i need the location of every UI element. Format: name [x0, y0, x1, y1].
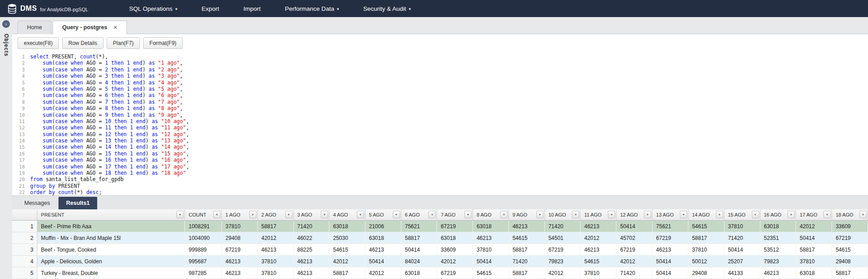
code-line[interactable]: 20from santa_list_table_for_gpdb	[12, 176, 868, 182]
tab-query-postgres[interactable]: Query - postgres×	[53, 21, 126, 34]
column-header-8-ago[interactable]: 8 AGO▼	[473, 209, 509, 221]
code-line[interactable]: 14 sum(case when AGO = 13 then 1 end) as…	[12, 137, 868, 144]
table-row[interactable]: 3Beef - Tongue, Cooked999889672194621388…	[12, 244, 868, 256]
line-number: 9	[12, 105, 30, 111]
column-header-17-ago[interactable]: 17 AGO▼	[796, 209, 832, 221]
column-filter-dropdown-icon[interactable]: ▼	[716, 211, 723, 218]
table-row[interactable]: 5Turkey - Breast, Double9872854621337810…	[12, 267, 868, 279]
column-filter-dropdown-icon[interactable]: ▼	[752, 211, 759, 218]
line-number: 21	[12, 183, 30, 189]
code-line[interactable]: 7 sum(case when AGO = 6 then 1 end) as "…	[12, 92, 868, 98]
column-header-11-ago[interactable]: 11 AGO▼	[580, 209, 616, 221]
column-header-9-ago[interactable]: 9 AGO▼	[508, 209, 544, 221]
column-filter-dropdown-icon[interactable]: ▼	[428, 211, 436, 218]
column-header-count[interactable]: COUNT▼	[185, 209, 222, 221]
cell-value: 29408	[832, 256, 868, 267]
code-line[interactable]: 8 sum(case when AGO = 7 then 1 end) as "…	[12, 99, 868, 105]
nav-item-export[interactable]: Export	[189, 0, 231, 17]
column-header-4-ago[interactable]: 4 AGO▼	[329, 209, 365, 221]
toolbar: execute(F8)Row DetailsPlan(F7)Format(F9)	[12, 34, 868, 52]
column-filter-dropdown-icon[interactable]: ▼	[464, 211, 472, 218]
column-filter-dropdown-icon[interactable]: ▼	[572, 211, 579, 218]
column-filter-dropdown-icon[interactable]: ▼	[321, 211, 328, 218]
plan-f7-button[interactable]: Plan(F7)	[107, 37, 140, 49]
column-filter-dropdown-icon[interactable]: ▼	[608, 211, 615, 218]
code-line[interactable]: 9 sum(case when AGO = 8 then 1 end) as "…	[12, 105, 868, 111]
brand[interactable]: DMS for AnalyticDB-pgSQL	[7, 3, 88, 14]
sql-editor[interactable]: 1select PRESENT, count(*),2 sum(case whe…	[12, 52, 868, 195]
code-line[interactable]: 19 sum(case when AGO = 18 then 1 end) as…	[12, 170, 868, 176]
cell-value: 75621	[652, 221, 688, 232]
column-header-present[interactable]: PRESENT▼	[37, 209, 185, 221]
column-header-12-ago[interactable]: 12 AGO▼	[616, 209, 652, 221]
table-row[interactable]: 4Apple - Delicious, Golden99568746213378…	[12, 256, 868, 267]
nav-item-sql-operations[interactable]: SQL Operations▾	[117, 0, 189, 17]
nav-item-import[interactable]: Import	[231, 0, 273, 17]
results-tab-messages[interactable]: Messages	[17, 197, 58, 209]
code-line[interactable]: 16 sum(case when AGO = 15 then 1 end) as…	[12, 151, 868, 157]
column-header-10-ago[interactable]: 10 AGO▼	[544, 209, 580, 221]
column-filter-dropdown-icon[interactable]: ▼	[500, 211, 508, 218]
code-line[interactable]: 6 sum(case when AGO = 5 then 1 end) as "…	[12, 86, 868, 92]
column-filter-dropdown-icon[interactable]: ▼	[644, 211, 651, 218]
code-line[interactable]: 10 sum(case when AGO = 9 then 1 end) as …	[12, 112, 868, 118]
column-filter-dropdown-icon[interactable]: ▼	[213, 211, 220, 218]
column-header-15-ago[interactable]: 15 AGO▼	[724, 209, 760, 221]
column-filter-dropdown-icon[interactable]: ▼	[393, 211, 400, 218]
code-text: sum(case when AGO = 1 then 1 end) as "1 …	[30, 60, 183, 66]
column-header-2-ago[interactable]: 2 AGO▼	[257, 209, 293, 221]
code-line[interactable]: 22order by count(*) desc;	[12, 189, 868, 195]
code-line[interactable]: 21group by PRESENT	[12, 183, 868, 189]
nav-item-performance-data[interactable]: Performance Data▾	[273, 0, 351, 17]
column-filter-dropdown-icon[interactable]: ▼	[859, 211, 867, 218]
results-tab-results1[interactable]: Results1	[58, 197, 97, 209]
execute-f8-button[interactable]: execute(F8)	[18, 37, 59, 49]
column-filter-dropdown-icon[interactable]: ▼	[249, 211, 256, 218]
code-line[interactable]: 17 sum(case when AGO = 16 then 1 end) as…	[12, 157, 868, 163]
column-filter-dropdown-icon[interactable]: ▼	[357, 211, 364, 218]
expand-sidebar-button[interactable]: ›	[2, 20, 10, 28]
column-header-1-ago[interactable]: 1 AGO▼	[222, 209, 258, 221]
code-line[interactable]: 11 sum(case when AGO = 10 then 1 end) as…	[12, 118, 868, 124]
code-line[interactable]: 4 sum(case when AGO = 3 then 1 end) as "…	[12, 73, 868, 79]
code-text: sum(case when AGO = 15 then 1 end) as "1…	[30, 151, 189, 157]
row-details-button[interactable]: Row Details	[62, 37, 103, 49]
tab-home[interactable]: Home	[18, 21, 51, 34]
code-text: order by count(*) desc;	[30, 189, 102, 195]
column-filter-dropdown-icon[interactable]: ▼	[285, 211, 292, 218]
column-filter-dropdown-icon[interactable]: ▼	[176, 211, 184, 218]
cell-present: Beef - Tongue, Cooked	[37, 244, 185, 256]
format-f9-button[interactable]: Format(F9)	[143, 37, 183, 49]
cell-value: 25030	[329, 232, 365, 244]
column-filter-dropdown-icon[interactable]: ▼	[787, 211, 795, 218]
cell-value: 33609	[832, 221, 868, 232]
table-row[interactable]: 2Muffin - Mix - Bran And Maple 15l100409…	[12, 232, 868, 244]
column-filter-dropdown-icon[interactable]: ▼	[823, 211, 831, 218]
code-line[interactable]: 15 sum(case when AGO = 14 then 1 end) as…	[12, 144, 868, 150]
column-header-7-ago[interactable]: 7 AGO▼	[437, 209, 473, 221]
column-header-6-ago[interactable]: 6 AGO▼	[401, 209, 437, 221]
nav-menu: SQL Operations▾ExportImportPerformance D…	[117, 0, 423, 17]
close-tab-icon[interactable]: ×	[113, 25, 117, 30]
column-filter-dropdown-icon[interactable]: ▼	[536, 211, 544, 218]
row-number: 4	[12, 256, 37, 267]
code-line[interactable]: 3 sum(case when AGO = 2 then 1 end) as "…	[12, 66, 868, 73]
line-number: 1	[12, 53, 30, 60]
code-line[interactable]: 13 sum(case when AGO = 12 then 1 end) as…	[12, 131, 868, 137]
code-line[interactable]: 1select PRESENT, count(*),	[12, 53, 868, 60]
column-filter-dropdown-icon[interactable]: ▼	[680, 211, 687, 218]
column-header-16-ago[interactable]: 16 AGO▼	[760, 209, 796, 221]
column-header-14-ago[interactable]: 14 AGO▼	[688, 209, 724, 221]
column-header-18-ago[interactable]: 18 AGO▼	[832, 209, 868, 221]
cell-value: 42012	[257, 232, 293, 244]
column-header-13-ago[interactable]: 13 AGO▼	[652, 209, 688, 221]
nav-item-security-audit[interactable]: Security & Audit▾	[351, 0, 423, 17]
cell-value: 54615	[832, 244, 868, 256]
code-line[interactable]: 5 sum(case when AGO = 4 then 1 end) as "…	[12, 80, 868, 86]
column-header-5-ago[interactable]: 5 AGO▼	[365, 209, 401, 221]
column-header-3-ago[interactable]: 3 AGO▼	[293, 209, 329, 221]
code-line[interactable]: 18 sum(case when AGO = 17 then 1 end) as…	[12, 164, 868, 170]
table-row[interactable]: 1Beef - Prime Rib Aaa1008291378105881771…	[12, 221, 868, 232]
code-line[interactable]: 2 sum(case when AGO = 1 then 1 end) as "…	[12, 60, 868, 66]
code-line[interactable]: 12 sum(case when AGO = 11 then 1 end) as…	[12, 124, 868, 131]
